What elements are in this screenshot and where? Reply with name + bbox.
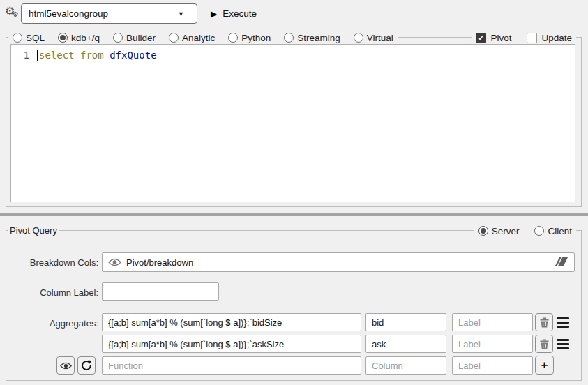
delete-aggregate-button-1[interactable] — [535, 313, 553, 331]
radio-icon — [169, 33, 179, 43]
drag-handle-icon-1[interactable] — [557, 317, 569, 329]
mode-radio-kdbq[interactable]: kdb+/q — [58, 33, 100, 43]
add-aggregate-button[interactable]: + — [535, 356, 554, 375]
drag-handle-icon-2[interactable] — [557, 339, 569, 350]
plus-icon: + — [541, 359, 548, 371]
aggregate-label-input-1[interactable] — [452, 313, 533, 331]
breakdown-cols-value: Pivot/breakdown — [126, 257, 193, 268]
update-checkbox[interactable]: Update — [527, 33, 572, 43]
radio-icon — [113, 33, 123, 43]
play-icon: ▶ — [211, 9, 217, 19]
code-line: select from dfxQuote — [39, 50, 157, 61]
pivot-query-groupbox: Pivot Query Server Client Breakdown Cols… — [6, 230, 582, 381]
column-label-label: Column Label: — [6, 287, 98, 298]
code-keyword: select from — [39, 50, 110, 61]
mode-radio-virtual[interactable]: Virtual — [354, 33, 393, 43]
mode-radio-builder[interactable]: Builder — [113, 33, 156, 43]
settings-gears-icon[interactable]: ⚙⚙ — [5, 3, 22, 22]
aggregates-label: Aggregates: — [6, 318, 98, 329]
client-radio[interactable]: Client — [534, 226, 572, 236]
line-number: 1 — [17, 50, 29, 61]
aggregate-column-input-2[interactable] — [365, 335, 446, 353]
connection-select-value: html5evalcongroup — [29, 8, 178, 19]
trash-icon — [540, 339, 549, 349]
aggregate-column-input-1[interactable] — [365, 313, 446, 331]
refresh-aggregates-button[interactable] — [77, 356, 96, 375]
execute-label: Execute — [223, 8, 257, 19]
mode-radio-streaming[interactable]: Streaming — [284, 33, 340, 43]
preview-aggregates-button[interactable] — [56, 356, 75, 375]
column-label-input[interactable] — [102, 282, 219, 301]
query-toggle-checkboxes: Pivot Update — [472, 31, 576, 45]
new-aggregate-function-input[interactable] — [102, 356, 361, 375]
trash-icon — [540, 317, 549, 328]
breakdown-cols-field[interactable]: Pivot/breakdown — [102, 252, 575, 272]
text-cursor — [37, 50, 38, 61]
mode-radio-python[interactable]: Python — [228, 33, 271, 43]
pivot-query-legend: Pivot Query — [8, 225, 59, 236]
radio-icon — [284, 33, 294, 43]
checkbox-unchecked-icon — [527, 33, 537, 43]
aggregate-function-input-2[interactable] — [102, 335, 361, 353]
horizontal-splitter[interactable] — [0, 213, 588, 216]
chevron-down-icon: ▼ — [178, 10, 184, 17]
refresh-icon — [81, 360, 92, 371]
query-mode-radios: SQL kdb+/q Builder Analytic Python Strea… — [8, 31, 398, 45]
aggregate-label-input-2[interactable] — [452, 335, 533, 353]
radio-icon — [534, 226, 544, 236]
radio-selected-icon — [478, 226, 488, 236]
code-identifier: dfxQuote — [110, 50, 156, 61]
new-aggregate-column-input[interactable] — [365, 356, 446, 375]
editor-scrollbar-track[interactable] — [559, 45, 559, 202]
eye-icon — [108, 258, 121, 266]
query-groupbox: SQL kdb+/q Builder Analytic Python Strea… — [6, 37, 582, 207]
breakdown-cols-label: Breakdown Cols: — [6, 257, 98, 268]
aggregate-function-input-1[interactable] — [102, 313, 361, 331]
execute-button[interactable]: ▶ Execute — [206, 5, 261, 22]
radio-icon — [354, 33, 363, 43]
eye-icon — [60, 362, 72, 370]
radio-icon — [228, 33, 238, 43]
pivot-checkbox[interactable]: Pivot — [476, 33, 511, 43]
connection-select[interactable]: html5evalcongroup ▼ — [21, 3, 197, 24]
server-radio[interactable]: Server — [478, 226, 520, 236]
radio-icon — [13, 33, 22, 43]
server-client-radios: Server Client — [474, 224, 576, 238]
radio-selected-icon — [58, 33, 68, 43]
eraser-icon[interactable] — [555, 257, 568, 267]
code-editor[interactable]: 1 select from dfxQuote — [10, 44, 575, 202]
mode-radio-analytic[interactable]: Analytic — [169, 33, 215, 43]
mode-radio-sql[interactable]: SQL — [13, 33, 45, 43]
checkbox-checked-icon — [476, 33, 486, 43]
new-aggregate-label-input[interactable] — [452, 356, 533, 375]
delete-aggregate-button-2[interactable] — [535, 335, 553, 353]
